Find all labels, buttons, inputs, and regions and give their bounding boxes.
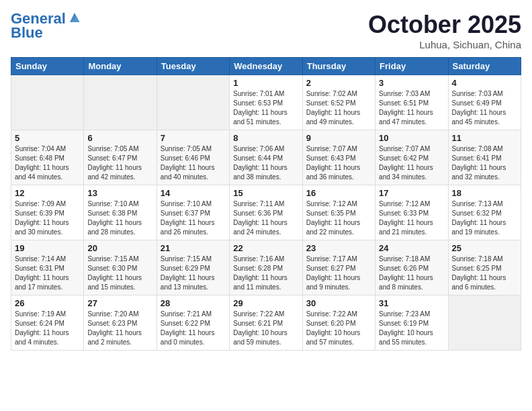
calendar-cell (84, 75, 157, 130)
day-info: Sunrise: 7:22 AMSunset: 6:21 PMDaylight:… (233, 310, 298, 347)
day-number: 23 (306, 243, 371, 253)
calendar-cell: 15Sunrise: 7:11 AMSunset: 6:36 PMDayligh… (230, 185, 302, 240)
day-number: 1 (233, 78, 298, 88)
page-header: General Blue October 2025 Luhua, Sichuan… (11, 11, 521, 50)
day-number: 9 (306, 133, 371, 143)
day-number: 15 (233, 188, 298, 198)
calendar-cell: 1Sunrise: 7:01 AMSunset: 6:53 PMDaylight… (230, 75, 302, 130)
day-number: 3 (379, 78, 444, 88)
day-number: 29 (233, 298, 298, 308)
day-info: Sunrise: 7:12 AMSunset: 6:33 PMDaylight:… (379, 199, 444, 237)
weekday-header-wednesday: Wednesday (230, 58, 302, 75)
day-number: 16 (306, 188, 371, 198)
calendar-cell: 13Sunrise: 7:10 AMSunset: 6:38 PMDayligh… (84, 185, 157, 240)
day-info: Sunrise: 7:15 AMSunset: 6:30 PMDaylight:… (87, 255, 152, 292)
day-number: 12 (15, 188, 80, 198)
calendar-cell: 29Sunrise: 7:22 AMSunset: 6:21 PMDayligh… (230, 295, 302, 351)
day-info: Sunrise: 7:18 AMSunset: 6:26 PMDaylight:… (379, 255, 444, 292)
day-info: Sunrise: 7:07 AMSunset: 6:42 PMDaylight:… (379, 144, 444, 182)
day-number: 13 (87, 188, 152, 198)
day-info: Sunrise: 7:18 AMSunset: 6:25 PMDaylight:… (452, 255, 517, 292)
day-number: 22 (233, 243, 298, 253)
day-info: Sunrise: 7:11 AMSunset: 6:36 PMDaylight:… (233, 199, 298, 237)
day-info: Sunrise: 7:05 AMSunset: 6:46 PMDaylight:… (161, 144, 226, 182)
calendar-cell: 28Sunrise: 7:21 AMSunset: 6:22 PMDayligh… (157, 295, 229, 351)
day-info: Sunrise: 7:03 AMSunset: 6:49 PMDaylight:… (452, 89, 517, 127)
calendar-cell (157, 75, 229, 130)
day-number: 25 (452, 243, 517, 253)
day-number: 6 (87, 133, 152, 143)
calendar-cell: 26Sunrise: 7:19 AMSunset: 6:24 PMDayligh… (11, 295, 84, 351)
day-info: Sunrise: 7:15 AMSunset: 6:29 PMDaylight:… (161, 255, 226, 292)
month-title: October 2025 (368, 11, 521, 39)
day-number: 31 (379, 298, 444, 308)
calendar-cell: 17Sunrise: 7:12 AMSunset: 6:33 PMDayligh… (375, 185, 448, 240)
calendar-cell: 6Sunrise: 7:05 AMSunset: 6:47 PMDaylight… (84, 130, 157, 185)
day-info: Sunrise: 7:02 AMSunset: 6:52 PMDaylight:… (306, 89, 371, 127)
weekday-header-friday: Friday (375, 58, 448, 75)
calendar-cell (448, 295, 521, 351)
calendar-cell: 30Sunrise: 7:22 AMSunset: 6:20 PMDayligh… (302, 295, 375, 351)
day-info: Sunrise: 7:23 AMSunset: 6:19 PMDaylight:… (379, 310, 444, 347)
day-number: 4 (452, 78, 517, 88)
day-info: Sunrise: 7:06 AMSunset: 6:44 PMDaylight:… (233, 144, 298, 182)
day-info: Sunrise: 7:21 AMSunset: 6:22 PMDaylight:… (161, 310, 226, 347)
day-number: 2 (306, 78, 371, 88)
calendar-cell: 22Sunrise: 7:16 AMSunset: 6:28 PMDayligh… (230, 240, 302, 295)
calendar-cell: 7Sunrise: 7:05 AMSunset: 6:46 PMDaylight… (157, 130, 229, 185)
weekday-header-sunday: Sunday (11, 58, 84, 75)
calendar-cell: 3Sunrise: 7:03 AMSunset: 6:51 PMDaylight… (375, 75, 448, 130)
calendar-cell (11, 75, 84, 130)
day-info: Sunrise: 7:09 AMSunset: 6:39 PMDaylight:… (15, 199, 80, 237)
weekday-header-monday: Monday (84, 58, 157, 75)
calendar-cell: 2Sunrise: 7:02 AMSunset: 6:52 PMDaylight… (302, 75, 375, 130)
day-info: Sunrise: 7:20 AMSunset: 6:23 PMDaylight:… (87, 310, 152, 347)
day-number: 5 (15, 133, 80, 143)
weekday-header-tuesday: Tuesday (157, 58, 229, 75)
day-info: Sunrise: 7:17 AMSunset: 6:27 PMDaylight:… (306, 255, 371, 292)
calendar-cell: 11Sunrise: 7:08 AMSunset: 6:41 PMDayligh… (448, 130, 521, 185)
calendar-cell: 24Sunrise: 7:18 AMSunset: 6:26 PMDayligh… (375, 240, 448, 295)
day-info: Sunrise: 7:05 AMSunset: 6:47 PMDaylight:… (87, 144, 152, 182)
calendar-week-row: 1Sunrise: 7:01 AMSunset: 6:53 PMDaylight… (11, 75, 521, 130)
calendar-cell: 4Sunrise: 7:03 AMSunset: 6:49 PMDaylight… (448, 75, 521, 130)
day-number: 17 (379, 188, 444, 198)
day-info: Sunrise: 7:10 AMSunset: 6:38 PMDaylight:… (87, 199, 152, 237)
logo: General Blue (11, 11, 82, 42)
calendar-cell: 23Sunrise: 7:17 AMSunset: 6:27 PMDayligh… (302, 240, 375, 295)
day-number: 27 (87, 298, 152, 308)
day-info: Sunrise: 7:03 AMSunset: 6:51 PMDaylight:… (379, 89, 444, 127)
weekday-header-row: SundayMondayTuesdayWednesdayThursdayFrid… (11, 58, 521, 75)
day-number: 20 (87, 243, 152, 253)
day-info: Sunrise: 7:13 AMSunset: 6:32 PMDaylight:… (452, 199, 517, 237)
day-info: Sunrise: 7:16 AMSunset: 6:28 PMDaylight:… (233, 255, 298, 292)
day-info: Sunrise: 7:19 AMSunset: 6:24 PMDaylight:… (15, 310, 80, 347)
day-info: Sunrise: 7:04 AMSunset: 6:48 PMDaylight:… (15, 144, 80, 182)
calendar-cell: 31Sunrise: 7:23 AMSunset: 6:19 PMDayligh… (375, 295, 448, 351)
day-number: 7 (161, 133, 226, 143)
calendar-cell: 25Sunrise: 7:18 AMSunset: 6:25 PMDayligh… (448, 240, 521, 295)
day-number: 21 (161, 243, 226, 253)
day-number: 11 (452, 133, 517, 143)
calendar-cell: 10Sunrise: 7:07 AMSunset: 6:42 PMDayligh… (375, 130, 448, 185)
calendar-week-row: 12Sunrise: 7:09 AMSunset: 6:39 PMDayligh… (11, 185, 521, 240)
calendar-cell: 5Sunrise: 7:04 AMSunset: 6:48 PMDaylight… (11, 130, 84, 185)
calendar-cell: 18Sunrise: 7:13 AMSunset: 6:32 PMDayligh… (448, 185, 521, 240)
day-info: Sunrise: 7:01 AMSunset: 6:53 PMDaylight:… (233, 89, 298, 127)
day-number: 30 (306, 298, 371, 308)
day-info: Sunrise: 7:07 AMSunset: 6:43 PMDaylight:… (306, 144, 371, 182)
calendar-week-row: 5Sunrise: 7:04 AMSunset: 6:48 PMDaylight… (11, 130, 521, 185)
calendar-cell: 12Sunrise: 7:09 AMSunset: 6:39 PMDayligh… (11, 185, 84, 240)
calendar-week-row: 19Sunrise: 7:14 AMSunset: 6:31 PMDayligh… (11, 240, 521, 295)
calendar-cell: 8Sunrise: 7:06 AMSunset: 6:44 PMDaylight… (230, 130, 302, 185)
calendar-week-row: 26Sunrise: 7:19 AMSunset: 6:24 PMDayligh… (11, 295, 521, 351)
day-info: Sunrise: 7:10 AMSunset: 6:37 PMDaylight:… (161, 199, 226, 237)
calendar-cell: 20Sunrise: 7:15 AMSunset: 6:30 PMDayligh… (84, 240, 157, 295)
weekday-header-thursday: Thursday (302, 58, 375, 75)
day-number: 10 (379, 133, 444, 143)
day-number: 26 (15, 298, 80, 308)
calendar-cell: 19Sunrise: 7:14 AMSunset: 6:31 PMDayligh… (11, 240, 84, 295)
logo-icon (67, 10, 82, 25)
calendar-cell: 21Sunrise: 7:15 AMSunset: 6:29 PMDayligh… (157, 240, 229, 295)
day-number: 18 (452, 188, 517, 198)
